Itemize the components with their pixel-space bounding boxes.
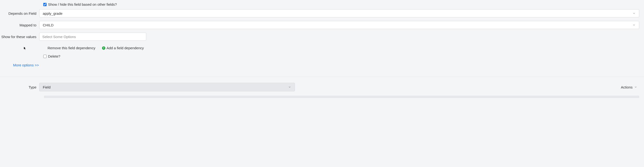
add-dependency-link[interactable]: + Add a field dependency — [102, 46, 144, 50]
mapped-to-label: Mapped to — [0, 23, 39, 27]
actions-dropdown[interactable]: Actions — [621, 85, 637, 89]
chevron-down-icon — [632, 23, 636, 27]
show-for-values-label: Show for these values — [0, 35, 39, 39]
remove-dependency-link[interactable]: Remove this field dependency — [48, 46, 95, 50]
depends-on-value: apply_grade — [43, 12, 632, 16]
delete-label: Delete? — [48, 54, 60, 58]
show-hide-label: Show / hide this field based on other fi… — [48, 2, 117, 6]
more-options-link[interactable]: More options >> — [13, 63, 644, 67]
depends-on-select[interactable]: apply_grade — [39, 9, 639, 17]
delete-checkbox[interactable] — [43, 55, 46, 58]
chevron-down-icon — [632, 12, 636, 15]
plus-circle-icon: + — [102, 46, 105, 50]
chevron-down-icon — [288, 86, 291, 89]
mapped-to-select[interactable]: CHILD — [39, 21, 639, 29]
type-select[interactable]: Field — [39, 83, 295, 91]
type-value: Field — [43, 85, 288, 89]
type-label: Type — [0, 85, 39, 89]
mapped-to-value: CHILD — [43, 23, 632, 27]
chevron-down-icon — [634, 86, 637, 89]
show-for-values-input[interactable]: Select Some Options — [39, 32, 146, 41]
cursor-icon — [24, 46, 27, 52]
show-for-values-placeholder: Select Some Options — [42, 35, 76, 39]
actions-label: Actions — [621, 85, 632, 89]
add-dependency-label: Add a field dependency — [106, 46, 144, 50]
collapsed-panel-strip — [44, 96, 639, 98]
show-hide-checkbox[interactable] — [43, 3, 46, 6]
depends-on-label: Depends on Field — [0, 12, 39, 16]
